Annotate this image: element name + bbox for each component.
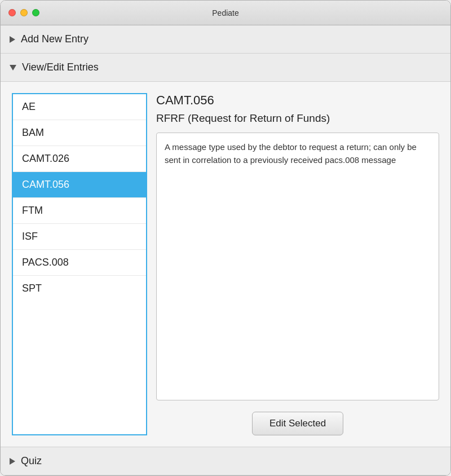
quiz-label: Quiz [21, 455, 42, 467]
list-item[interactable]: PACS.008 [13, 250, 146, 276]
list-item[interactable]: BAM [13, 120, 146, 146]
entry-list[interactable]: AEBAMCAMT.026CAMT.056FTMISFPACS.008SPT [12, 93, 147, 435]
detail-description: A message type used by the debtor to req… [156, 133, 439, 400]
window-title: Pediate [212, 8, 238, 17]
list-item[interactable]: CAMT.026 [13, 146, 146, 172]
collapse-triangle-quiz [10, 458, 15, 465]
list-item[interactable]: CAMT.056 [13, 172, 146, 198]
minimize-button[interactable] [20, 9, 28, 16]
close-button[interactable] [8, 9, 16, 16]
list-item[interactable]: FTM [13, 198, 146, 224]
view-edit-entries-label: View/Edit Entries [22, 61, 99, 73]
app-window: Pediate Add New Entry View/Edit Entries … [0, 0, 451, 476]
title-bar: Pediate [1, 1, 450, 25]
collapse-triangle-view-edit [10, 65, 16, 70]
collapse-triangle-add [10, 36, 15, 43]
list-item[interactable]: ISF [13, 224, 146, 250]
view-edit-content: AEBAMCAMT.026CAMT.056FTMISFPACS.008SPT C… [1, 82, 450, 447]
edit-selected-button[interactable]: Edit Selected [252, 412, 343, 435]
list-item[interactable]: SPT [13, 276, 146, 301]
detail-name: RFRF (Request for Return of Funds) [156, 112, 439, 125]
traffic-lights [8, 9, 39, 16]
add-new-entry-section[interactable]: Add New Entry [1, 25, 450, 54]
detail-code: CAMT.056 [156, 93, 439, 108]
quiz-row[interactable]: Quiz [1, 447, 450, 475]
list-item[interactable]: AE [13, 94, 146, 120]
add-new-entry-label: Add New Entry [21, 33, 89, 45]
maximize-button[interactable] [32, 9, 39, 16]
view-edit-entries-section[interactable]: View/Edit Entries [1, 54, 450, 82]
detail-panel: CAMT.056 RFRF (Request for Return of Fun… [156, 93, 439, 435]
quiz-section: Quiz [1, 447, 450, 475]
